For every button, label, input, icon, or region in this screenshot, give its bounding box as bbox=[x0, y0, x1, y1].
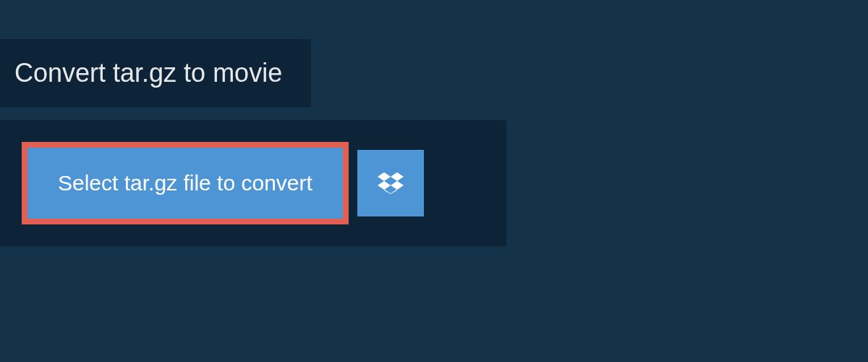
select-file-button[interactable]: Select tar.gz file to convert bbox=[22, 142, 349, 224]
dropbox-icon bbox=[378, 170, 404, 196]
upload-panel: Select tar.gz file to convert bbox=[0, 120, 506, 246]
dropbox-button[interactable] bbox=[357, 150, 424, 216]
page-title: Convert tar.gz to movie bbox=[0, 39, 311, 107]
